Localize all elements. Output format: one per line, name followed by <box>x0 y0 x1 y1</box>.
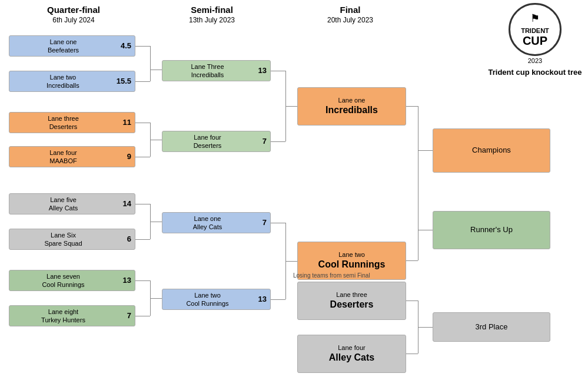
runners-up-box: Runner's Up <box>433 211 550 249</box>
logo-circle: ⚑ TRIDENT CUP <box>509 3 562 56</box>
conn-s4-right <box>271 299 285 300</box>
conn-q2-right <box>135 81 150 82</box>
bracket-container: Quarter-final 6th July 2024 Semi-final 1… <box>0 0 588 383</box>
conn-s2-right <box>271 141 285 142</box>
f1-team: Lane one Incrediballs <box>297 87 406 126</box>
conn-s1-right <box>271 71 285 71</box>
champions-box: Champions <box>433 128 550 173</box>
conn-to-3rd <box>418 327 433 328</box>
conn-q7-right <box>135 280 150 281</box>
conn-q6-right <box>135 239 150 240</box>
q5-team: Lane fiveAlley Cats 14 <box>9 193 135 214</box>
l2-team: Lane four Alley Cats <box>297 335 406 373</box>
conn-q4-right <box>135 157 150 157</box>
s3-team: Lane oneAlley Cats 7 <box>162 212 271 233</box>
conn-final-vert <box>418 106 418 260</box>
conn-q1-right <box>135 46 150 47</box>
conn-q3-right <box>135 123 150 123</box>
conn-to-champ <box>418 150 433 151</box>
conn-to-runner <box>418 230 433 230</box>
q4-team: Lane fourMAABOF 9 <box>9 146 135 167</box>
conn-f2-right <box>406 260 418 261</box>
s2-team: Lane fourDeserters 7 <box>162 131 271 152</box>
conn-q5-right <box>135 204 150 204</box>
q3-team: Lane threeDeserters 11 <box>9 112 135 133</box>
l1-team: Lane three Deserters <box>297 282 406 320</box>
q6-team: Lane SixSpare Squad 6 <box>9 229 135 250</box>
s4-team: Lane twoCool Runnings 13 <box>162 289 271 310</box>
third-place-box: 3rd Place <box>433 312 550 342</box>
conn-f1-right <box>406 106 418 107</box>
conn-q56-to-s3 <box>150 222 162 222</box>
logo-area: ⚑ TRIDENT CUP 2023 Trident cup knockout … <box>488 3 582 77</box>
q2-team: Lane twoIncrediballs 15.5 <box>9 71 135 92</box>
q8-team: Lane eightTurkey Hunters 7 <box>9 305 135 326</box>
s1-team: Lane ThreeIncrediballs 13 <box>162 60 271 81</box>
quarter-final-header: Quarter-final 6th July 2024 <box>15 5 132 29</box>
q1-team: Lane oneBeefeaters 4.5 <box>9 35 135 57</box>
conn-q34-to-s2 <box>150 140 162 140</box>
conn-q12-vert <box>150 46 151 81</box>
conn-s34-to-f2 <box>285 261 297 262</box>
conn-q78-to-s4 <box>150 298 162 299</box>
conn-q12-to-s1 <box>150 70 162 70</box>
semi-final-header: Semi-final 13th July 2023 <box>159 5 265 29</box>
conn-s12-to-f1 <box>285 106 297 107</box>
losers-label: Losing teams from semi Final <box>293 272 370 279</box>
conn-l1-right <box>406 301 418 301</box>
conn-q8-right <box>135 316 150 316</box>
conn-l2-right <box>406 354 418 354</box>
trident-icon: ⚑ <box>530 12 540 25</box>
q7-team: Lane sevenCool Runnings 13 <box>9 270 135 291</box>
final-header: Final 20th July 2023 <box>297 5 403 29</box>
conn-s3-right <box>271 223 285 223</box>
